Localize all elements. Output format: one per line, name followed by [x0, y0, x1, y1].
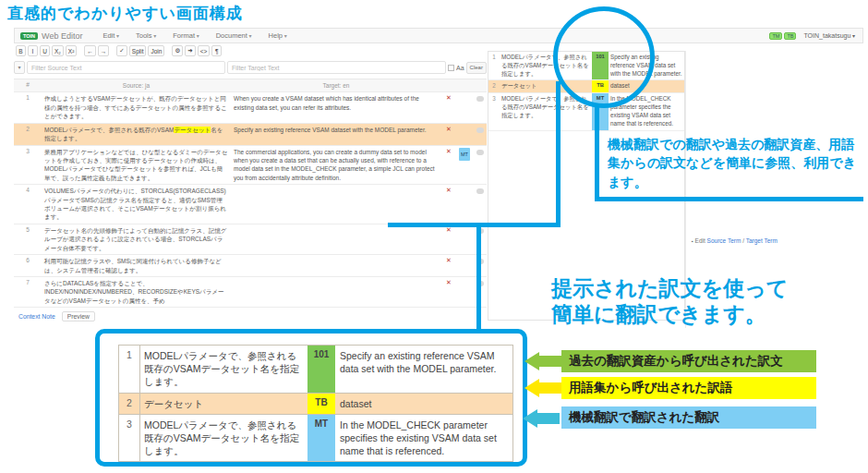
source-text: MODELパラメータで、参照される既存のVSAM: [44, 127, 174, 133]
source-cell[interactable]: VOLUMESパラメータの代わりに、STORCLAS(STORAGECLASS)…: [42, 185, 231, 224]
table-row[interactable]: 4 VOLUMESパラメータの代わりに、STORCLAS(STORAGECLAS…: [14, 185, 487, 224]
source-cell[interactable]: 利用可能な記憶クラスや、SMSに関連付けられている修飾子などは、システム管理者に…: [42, 255, 231, 276]
source-cell[interactable]: データセット名の先頭修飾子によって自動的に記憶クラス、記憶グループが選択されるよ…: [42, 224, 231, 254]
target-cell[interactable]: [231, 224, 441, 254]
format-toolbar: B I U X₂ X² ← → ✓ Split Join ⚙ ➜ <> ¶: [16, 45, 222, 56]
menu-help[interactable]: Help: [269, 31, 287, 40]
reject-icon[interactable]: ✕: [441, 146, 456, 185]
row-number: 6: [14, 255, 42, 276]
split-button[interactable]: Split: [129, 45, 147, 56]
source-cell[interactable]: 作成しようとするVSAMデータセットが、既存のデータセットと同様の属性を持つ場合…: [42, 92, 231, 122]
heading-line-2: 簡単に翻訳できます。: [551, 302, 766, 326]
slide: 直感的でわかりやすい画面構成 TOIN Web Editor Edit Tool…: [0, 0, 868, 473]
table-row[interactable]: 3 業務用アプリケーションなどでは、ひな型となるダミーのデータセットを作成してお…: [14, 146, 487, 186]
tab-context-note[interactable]: Context Note: [16, 312, 58, 321]
target-cell[interactable]: Specify an existing reference VSAM datas…: [231, 124, 441, 145]
zoomed-target: In the MODEL_CHECK parameter specifies t…: [335, 415, 512, 462]
table-row[interactable]: 6 利用可能な記憶クラスや、SMSに関連付けられている修飾子などは、システム管理…: [14, 255, 487, 277]
row-number: 1: [14, 92, 42, 122]
redo-icon[interactable]: →: [98, 45, 110, 56]
case-checkbox[interactable]: [448, 65, 454, 71]
target-cell[interactable]: [231, 185, 441, 224]
target-cell[interactable]: [231, 255, 441, 276]
col-source: Source: ja: [42, 79, 231, 91]
filter-source-input[interactable]: [27, 61, 225, 74]
tb-badge: TB: [784, 32, 796, 40]
row-number: 7: [14, 277, 42, 307]
undo-icon[interactable]: ←: [84, 45, 96, 56]
confirm-icon[interactable]: ✓: [116, 45, 127, 56]
yellow-arrow-icon: [524, 379, 561, 397]
reject-icon[interactable]: ✕: [441, 124, 456, 145]
target-term-link[interactable]: Target Term: [746, 237, 778, 244]
target-cell[interactable]: When you create a VSAM dataset which has…: [231, 92, 441, 122]
zoomed-suggestion-table: 1 MODELパラメータで、参照される既存のVSAMデータセット名を指定します。…: [118, 345, 513, 462]
filter-target-input[interactable]: [227, 61, 446, 74]
source-cell[interactable]: MODELパラメータで、参照される既存のVSAMデータセット名を指定します。: [42, 124, 231, 145]
table-row[interactable]: 1 作成しようとするVSAMデータセットが、既存のデータセットと同様の属性を持つ…: [14, 92, 487, 123]
source-cell[interactable]: さらにDATACLASを指定することで、INDEX/NONINDEX/NUMBE…: [42, 277, 231, 307]
zoomed-source: MODELパラメータで、参照される既存のVSAMデータセット名を指定します。: [139, 346, 307, 393]
reject-icon[interactable]: ✕: [441, 277, 456, 307]
insert-icon[interactable]: ➜: [185, 45, 195, 56]
target-cell[interactable]: [231, 277, 441, 307]
mt-badge: MT: [459, 148, 470, 161]
suggestion-number: 1: [488, 52, 500, 79]
target-cell[interactable]: The commercial applications, you can cre…: [231, 146, 441, 185]
comment-icon[interactable]: [473, 185, 487, 224]
filter-dropdown-icon[interactable]: ▾: [14, 61, 25, 74]
highlight-circle: [553, 6, 655, 108]
menu-tools[interactable]: Tools: [136, 31, 156, 40]
gear-icon[interactable]: ⚙: [172, 45, 183, 56]
italic-button[interactable]: I: [28, 45, 38, 56]
source-term-link[interactable]: Source Term: [707, 237, 741, 244]
source-cell[interactable]: 業務用アプリケーションなどでは、ひな型となるダミーのデータセットを作成しておき、…: [42, 146, 231, 185]
row-number: 2: [14, 124, 42, 145]
zoomed-row[interactable]: 1 MODELパラメータで、参照される既存のVSAMデータセット名を指定します。…: [119, 346, 512, 394]
row-number: 3: [119, 415, 139, 462]
menu-bar: TOIN Web Editor Edit Tools Format Docume…: [14, 28, 863, 43]
filter-bar: ▾ Aa Clear: [14, 58, 487, 77]
user-menu[interactable]: TOIN_takatsugu: [803, 32, 855, 39]
menu-format[interactable]: Format: [173, 31, 199, 40]
comment-icon[interactable]: [473, 124, 487, 145]
zoomed-row-selected[interactable]: 2 データセット TB dataset: [119, 394, 512, 415]
menu-edit[interactable]: Edit: [102, 31, 119, 40]
clear-button[interactable]: Clear: [466, 62, 487, 74]
bullet-icon: ▪: [692, 238, 693, 244]
mt-badge: MT: [307, 415, 335, 462]
comment-icon[interactable]: [473, 146, 487, 185]
subscript-button[interactable]: X₂: [52, 45, 64, 56]
bottom-tabs: Context Note Preview: [16, 311, 487, 321]
app-name: Web Editor: [42, 31, 82, 41]
page-title: 直感的でわかりやすい画面構成: [7, 3, 243, 24]
zoomed-row[interactable]: 3 MODELパラメータで、参照される既存のVSAMデータセット名を指定します。…: [119, 415, 512, 462]
pilcrow-icon[interactable]: ¶: [211, 45, 222, 56]
menu-document[interactable]: Document: [216, 31, 252, 40]
underline-button[interactable]: U: [40, 45, 50, 56]
reject-icon[interactable]: ✕: [441, 224, 456, 254]
row-number: 2: [119, 394, 139, 414]
table-row[interactable]: 7 さらにDATACLASを指定することで、INDEX/NONINDEX/NUM…: [14, 277, 487, 308]
zoomed-target: Specify an existing reference VSAM data …: [335, 346, 512, 393]
tab-preview[interactable]: Preview: [62, 311, 95, 321]
reject-icon[interactable]: ✕: [441, 255, 456, 276]
tm-match-badge: 101: [307, 346, 335, 393]
reject-icon[interactable]: ✕: [441, 92, 456, 122]
superscript-button[interactable]: X²: [66, 45, 78, 56]
tag-icon[interactable]: <>: [198, 45, 211, 56]
reject-icon[interactable]: ✕: [441, 185, 456, 224]
note-bracket-vertical: [595, 103, 599, 201]
heading-line-1: 提示された訳文を使って: [551, 276, 788, 300]
zoomed-source: データセット: [139, 394, 307, 414]
join-button[interactable]: Join: [148, 45, 164, 56]
toin-logo: TOIN: [20, 32, 38, 40]
table-row[interactable]: 5 データセット名の先頭修飾子によって自動的に記憶クラス、記憶グループが選択され…: [14, 224, 487, 255]
row-number: 1: [119, 346, 139, 393]
zoom-callout-box: 1 MODELパラメータで、参照される既存のVSAMデータセット名を指定します。…: [95, 329, 527, 467]
term-highlight: データセット: [174, 127, 211, 133]
table-row-selected[interactable]: 2 MODELパラメータで、参照される既存のVSAMデータセット名を指定します。…: [14, 124, 487, 146]
suggestion-number: 3: [488, 93, 500, 129]
bold-button[interactable]: B: [16, 45, 26, 56]
comment-icon[interactable]: [473, 92, 487, 122]
